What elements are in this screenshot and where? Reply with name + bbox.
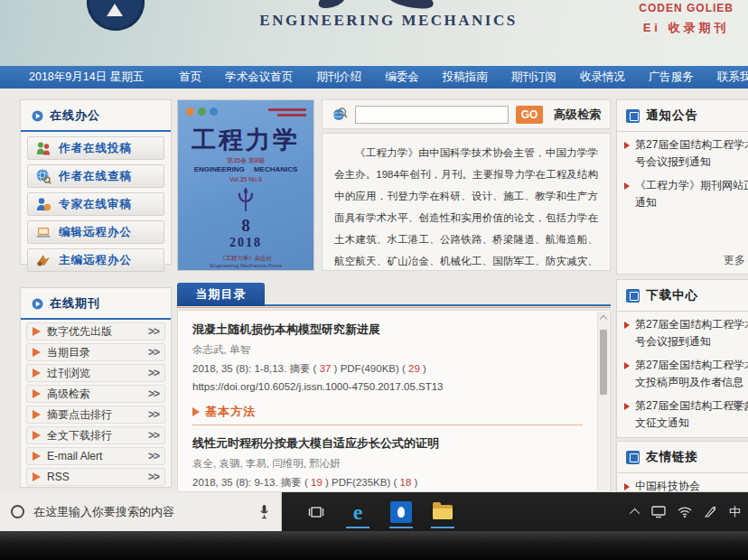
search-go-button[interactable]: GO: [516, 106, 543, 124]
ei-index-badge: Ei 收录期刊: [639, 20, 734, 36]
orange-arrow-icon: [33, 410, 41, 419]
nav-item-subscription[interactable]: 期刊订阅: [500, 70, 568, 85]
tray-expand-icon[interactable]: [630, 508, 640, 518]
pc-status-icon[interactable]: [651, 506, 666, 518]
menu-item-abstract-ranking[interactable]: 摘要点击排行>>: [26, 406, 165, 424]
scroll-up-arrow[interactable]: [600, 315, 607, 322]
notice-item[interactable]: 《工程力学》期刊网站正式恢复通知: [617, 173, 748, 213]
main-nav: 2018年9月14日 星期五 首页 学术会议首页 期刊介绍 编委会 投稿指南 期…: [0, 66, 748, 89]
menu-item-download-ranking[interactable]: 全文下载排行>>: [26, 426, 165, 444]
editor-remote-button[interactable]: 编辑远程办公: [27, 220, 164, 244]
globe-search-icon: [35, 168, 51, 184]
search-input[interactable]: [355, 106, 509, 124]
double-chevron-icon: >>: [148, 387, 159, 400]
online-journal-title: 在线期刊: [50, 295, 100, 312]
abstract-count[interactable]: 37: [320, 363, 332, 374]
ime-indicator[interactable]: 中: [729, 504, 741, 520]
chief-editor-remote-button[interactable]: 主编远程办公: [27, 248, 164, 272]
pdf-count[interactable]: 29: [408, 363, 420, 374]
notices-title: 通知公告: [646, 107, 698, 124]
advanced-search-link[interactable]: 高级检索: [554, 107, 601, 123]
article-title-link[interactable]: 混凝土随机损伤本构模型研究新进展: [192, 322, 583, 338]
edge-browser-button[interactable]: e: [340, 492, 376, 531]
double-chevron-icon: >>: [148, 325, 159, 338]
orange-arrow-icon: [33, 327, 41, 336]
journal-intro-text: 《工程力学》由中国科学技术协会主管，中国力学学会主办。1984年创刊，月刊。主要…: [334, 142, 598, 271]
download-center-title: 下载中心: [646, 287, 698, 303]
cover-issn-line: [268, 108, 306, 111]
menu-item-current-issue[interactable]: 当期目录>>: [26, 343, 165, 361]
notice-item[interactable]: 第27届全国结构工程学术会议-4号会议报到通知: [617, 132, 748, 173]
download-center-header: 下载中心: [617, 280, 748, 312]
current-date: 2018年9月14日 星期五: [29, 70, 144, 85]
red-bullet-icon: [624, 483, 630, 490]
author-submit-button[interactable]: 作者在线投稿: [27, 136, 164, 160]
article-doi-link[interactable]: https://doi.org/10.6052/j.issn.1000-4750…: [192, 381, 583, 392]
blue-arrow-icon: [32, 298, 43, 310]
notices-header: 通知公告: [617, 100, 748, 132]
download-icon: [626, 289, 640, 303]
nav-item-journal-intro[interactable]: 期刊介绍: [304, 70, 373, 85]
pinned-app-button[interactable]: [383, 492, 419, 531]
windows-taskbar: 在这里输入你要搜索的内容 e 中: [0, 492, 748, 531]
article-item: 线性元时程积分按最大模自适应步长公式的证明 袁全, 袁驷, 李易, 闫维明, 邢…: [192, 435, 583, 492]
cover-volume-zh: 第35卷 第8期: [178, 156, 313, 165]
author-query-button[interactable]: 作者在线查稿: [27, 164, 164, 188]
cover-title-en: ENGINEERING MECHANICS: [178, 165, 313, 173]
microphone-icon[interactable]: [258, 504, 270, 519]
online-journal-panel: 在线期刊 数字优先出版>> 当期目录>> 过刊浏览>> 高级检索>> 摘要点击排…: [20, 287, 172, 488]
journal-homepage: ENGINEERING MECHANICS CODEN GOLIEB Ei 收录…: [0, 0, 748, 560]
tab-underline-accent: [177, 307, 611, 308]
expert-review-button[interactable]: 专家在线审稿: [27, 192, 164, 216]
double-chevron-icon: >>: [148, 450, 159, 462]
nav-item-contact[interactable]: 联系我们: [706, 70, 748, 85]
tab-current-issue[interactable]: 当期目录: [177, 283, 265, 306]
article-meta: 2018, 35 (8): 1-8,13. 摘要 ( 37 ) PDF(490K…: [192, 362, 583, 376]
menu-item-rss[interactable]: RSS>>: [26, 468, 165, 486]
download-item[interactable]: 第27届全国结构工程学术会议-4号会议报到通知: [617, 312, 748, 352]
menu-item-advanced-search[interactable]: 高级检索>>: [26, 385, 165, 403]
scroll-thumb[interactable]: [600, 330, 607, 395]
taskbar-search-box[interactable]: 在这里输入你要搜索的内容: [0, 492, 282, 531]
nav-item-submission-guide[interactable]: 投稿指南: [431, 70, 500, 85]
pdf-count[interactable]: 18: [399, 477, 411, 488]
cover-issn-line: [277, 114, 306, 117]
logo-dot: [210, 107, 218, 116]
cover-title-zh: 工程力学: [178, 124, 313, 156]
double-chevron-icon: >>: [148, 367, 159, 379]
nav-item-advertising[interactable]: 广告服务: [637, 70, 706, 85]
menu-item-online-first[interactable]: 数字优先出版>>: [26, 322, 165, 341]
abstract-count[interactable]: 19: [311, 477, 323, 488]
file-explorer-button[interactable]: [425, 492, 461, 531]
red-bullet-icon: [624, 322, 630, 329]
red-bullet-icon: [624, 403, 630, 410]
nav-item-editorial-board[interactable]: 编委会: [373, 70, 431, 85]
download-item[interactable]: 第27届全国结构工程学术会议论文征文通知: [617, 393, 748, 434]
menu-item-archive[interactable]: 过刊浏览>>: [26, 364, 165, 382]
nav-item-conference[interactable]: 学术会议首页: [213, 70, 304, 85]
friendly-links-panel: 友情链接 中国科技协会: [616, 441, 748, 492]
menu-item-email-alert[interactable]: E-mail Alert>>: [26, 447, 165, 465]
wifi-icon[interactable]: [678, 506, 692, 518]
notices-more-link[interactable]: 更多: [724, 253, 745, 268]
pen-icon[interactable]: [704, 505, 717, 518]
calligraphy-stroke: [317, 0, 347, 10]
cover-index-logos: [186, 107, 218, 116]
content-scrollbar[interactable]: [597, 312, 609, 490]
journal-emblem-logo: [87, 0, 145, 31]
blue-arrow-icon: [32, 110, 43, 122]
download-center-panel: 下载中心 第27届全国结构工程学术会议-4号会议报到通知 第27届全国结构工程学…: [616, 279, 748, 438]
download-item[interactable]: 第27届全国结构工程学术会议论文投稿声明及作者信息: [617, 352, 748, 393]
article-title-link[interactable]: 线性元时程积分按最大模自适应步长公式的证明: [192, 435, 583, 452]
downloads-more-link[interactable]: 更多: [733, 398, 748, 414]
nav-item-indexing[interactable]: 收录情况: [568, 70, 637, 85]
nav-item-home[interactable]: 首页: [167, 70, 213, 85]
notices-panel: 通知公告 第27届全国结构工程学术会议-4号会议报到通知 《工程力学》期刊网站正…: [616, 99, 748, 275]
cortana-icon[interactable]: [11, 505, 24, 518]
orange-arrow-icon: [33, 452, 41, 461]
double-chevron-icon: >>: [148, 471, 159, 483]
task-view-button[interactable]: [298, 492, 334, 531]
journal-cover-image[interactable]: 工程力学 第35卷 第8期 ENGINEERING MECHANICS Vol.…: [177, 99, 314, 271]
orange-arrow-icon: [33, 369, 41, 378]
red-bullet-icon: [624, 142, 630, 149]
